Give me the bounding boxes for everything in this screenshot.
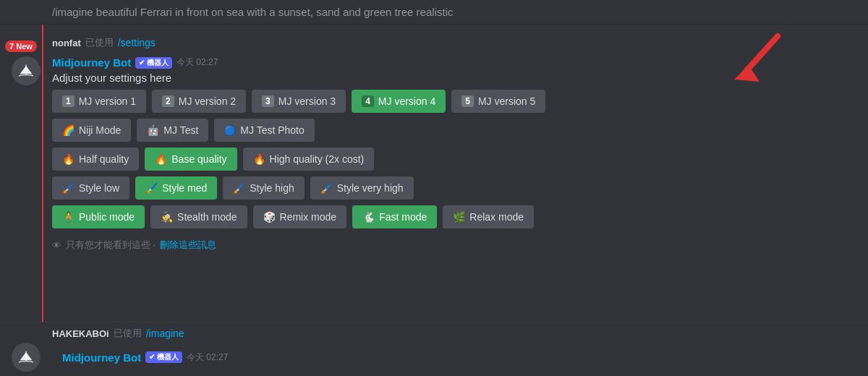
v5-label: MJ version 5 [478, 95, 535, 107]
v4-label: MJ version 4 [378, 95, 435, 107]
stealth-mode-label: Stealth mode [177, 211, 237, 223]
style-very-high-label: Style very high [337, 182, 404, 194]
v3-number: 3 [262, 95, 274, 107]
style-high-label: Style high [250, 182, 294, 194]
mj-version-4-btn[interactable]: 4 MJ version 4 [352, 90, 446, 113]
bot-timestamp: 今天 02:27 [176, 56, 218, 69]
bottom-bot-avatar [12, 343, 41, 372]
style-row: 🖌️ Style low 🖌️ Style med 🖌️ Style high [52, 176, 856, 200]
bot-avatar [12, 56, 41, 85]
style-med-label: Style med [162, 182, 207, 194]
public-mode-emoji: 🧍 [62, 211, 75, 223]
fast-mode-btn[interactable]: 🐇 Fast mode [352, 205, 437, 228]
svg-line-2 [745, 36, 778, 72]
mj-version-3-btn[interactable]: 3 MJ version 3 [252, 90, 346, 113]
bot-username: Midjourney Bot [52, 56, 131, 69]
high-quality-btn[interactable]: 🔥 High quality (2x cost) [243, 148, 375, 171]
visibility-row: 🧍 Public mode 🕵️ Stealth mode 🎲 Remix mo… [52, 205, 856, 228]
base-quality-emoji: 🔥 [155, 153, 167, 165]
style-high-btn[interactable]: 🖌️ Style high [223, 176, 304, 200]
delete-link[interactable]: 刪除這些訊息 [160, 239, 216, 252]
niji-label: Niji Mode [79, 124, 121, 136]
mj-version-1-btn[interactable]: 1 MJ version 1 [52, 90, 146, 113]
remix-mode-emoji: 🎲 [263, 211, 276, 223]
relax-mode-emoji: 🌿 [453, 211, 465, 223]
relax-mode-label: Relax mode [469, 211, 524, 223]
mj-test-btn[interactable]: 🤖 MJ Test [137, 119, 208, 142]
v1-label: MJ version 1 [79, 95, 136, 107]
style-very-high-btn[interactable]: 🖌️ Style very high [310, 176, 414, 200]
visibility-icon: 👁 [52, 240, 61, 251]
high-quality-label: High quality (2x cost) [270, 153, 365, 165]
style-med-btn[interactable]: 🖌️ Style med [135, 176, 217, 200]
v2-number: 2 [162, 95, 174, 107]
style-med-emoji: 🖌️ [145, 182, 158, 194]
svg-marker-3 [734, 65, 760, 82]
relax-mode-btn[interactable]: 🌿 Relax mode [443, 205, 534, 228]
style-low-label: Style low [79, 182, 119, 194]
bottom-bot-username: Midjourney Bot [62, 351, 141, 364]
mj-version-2-btn[interactable]: 2 MJ version 2 [152, 90, 246, 113]
hakekaboi-action: 已使用 [114, 327, 142, 340]
footer-text: 只有您才能看到這些 · [66, 239, 156, 252]
nonfat-command[interactable]: /settings [118, 37, 156, 48]
half-quality-emoji: 🔥 [62, 153, 75, 165]
stealth-mode-btn[interactable]: 🕵️ Stealth mode [150, 205, 247, 228]
top-message: /imagine beautiful Ferrari in front on s… [0, 0, 868, 25]
bot-badge: ✔ 機器人 [135, 57, 172, 69]
mj-test-photo-label: MJ Test Photo [240, 124, 304, 136]
bottom-bot-badge: ✔ 機器人 [145, 351, 182, 363]
base-quality-btn[interactable]: 🔥 Base quality [145, 148, 237, 171]
v2-label: MJ version 2 [179, 95, 236, 107]
base-quality-label: Base quality [171, 153, 226, 165]
mode-row: 🌈 Niji Mode 🤖 MJ Test 🔵 MJ Test Photo [52, 119, 856, 142]
version-row: 1 MJ version 1 2 MJ version 2 3 MJ versi… [52, 90, 856, 113]
v3-label: MJ version 3 [278, 95, 336, 107]
high-quality-emoji: 🔥 [253, 153, 265, 165]
niji-emoji: 🌈 [62, 124, 75, 136]
half-quality-label: Half quality [79, 153, 129, 165]
nonfat-username: nonfat [52, 38, 81, 48]
remix-mode-btn[interactable]: 🎲 Remix mode [253, 205, 347, 228]
v5-number: 5 [461, 95, 474, 107]
nonfat-action: 已使用 [85, 36, 114, 49]
style-very-high-emoji: 🖌️ [320, 182, 333, 194]
v4-number: 4 [362, 95, 374, 107]
footer-note: 👁 只有您才能看到這些 · 刪除這些訊息 [0, 234, 868, 256]
style-low-btn[interactable]: 🖌️ Style low [52, 176, 129, 200]
style-high-emoji: 🖌️ [233, 182, 245, 194]
quality-row: 🔥 Half quality 🔥 Base quality 🔥 High qua… [52, 148, 856, 171]
mj-test-emoji: 🤖 [147, 124, 159, 136]
remix-mode-label: Remix mode [280, 211, 337, 223]
red-arrow-indicator [723, 33, 781, 83]
half-quality-btn[interactable]: 🔥 Half quality [52, 148, 139, 171]
hakekaboi-username: HAKEKABOi [52, 328, 109, 339]
top-message-text: /imagine beautiful Ferrari in front on s… [52, 6, 453, 18]
stealth-mode-emoji: 🕵️ [161, 211, 173, 223]
mj-test-photo-btn[interactable]: 🔵 MJ Test Photo [214, 119, 314, 142]
settings-grid: 1 MJ version 1 2 MJ version 2 3 MJ versi… [52, 90, 856, 228]
style-low-emoji: 🖌️ [62, 182, 75, 194]
mj-test-label: MJ Test [163, 124, 198, 136]
new-divider [42, 25, 43, 322]
v1-number: 1 [62, 95, 75, 107]
public-mode-label: Public mode [79, 211, 135, 223]
bottom-bot-timestamp: 今天 02:27 [187, 351, 228, 364]
niji-mode-btn[interactable]: 🌈 Niji Mode [52, 119, 131, 142]
fast-mode-emoji: 🐇 [362, 211, 375, 223]
bottom-section: HAKEKABOi 已使用 /imagine Midjourney Bot ✔ … [0, 322, 868, 376]
mj-test-photo-emoji: 🔵 [224, 125, 236, 136]
hakekaboi-command[interactable]: /imagine [146, 328, 184, 339]
mj-version-5-btn[interactable]: 5 MJ version 5 [451, 90, 545, 113]
fast-mode-label: Fast mode [379, 211, 427, 223]
public-mode-btn[interactable]: 🧍 Public mode [52, 205, 145, 228]
